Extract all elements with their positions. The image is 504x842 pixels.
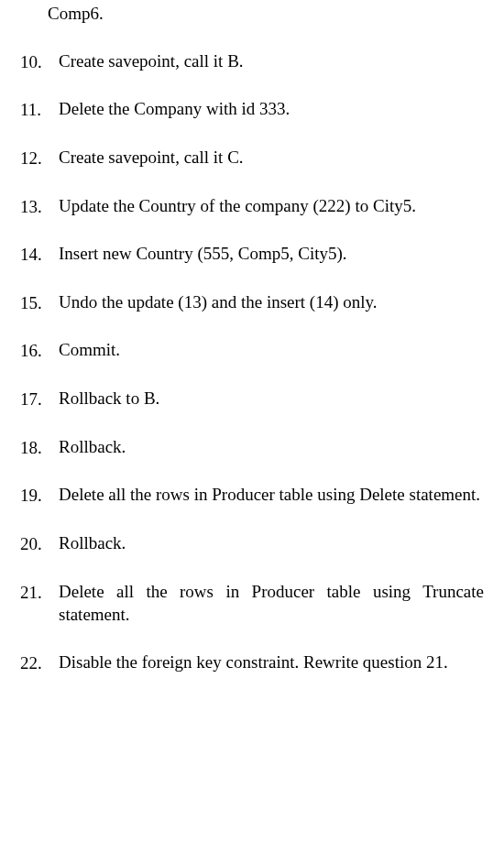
list-item: 19. Delete all the rows in Producer tabl… — [20, 483, 484, 508]
item-text: Rollback. — [46, 531, 484, 555]
item-text: Create savepoint, call it B. — [46, 49, 484, 73]
item-text: Delete the Company with id 333. — [46, 97, 484, 121]
item-text: Delete all the rows in Producer table us… — [46, 483, 484, 507]
list-item: 15. Undo the update (13) and the insert … — [20, 290, 484, 315]
item-text: Rollback to B. — [46, 387, 484, 410]
item-text: Update the Country of the company (222) … — [46, 194, 484, 218]
item-number: 10. — [20, 49, 46, 74]
continuation-text: Comp6. — [20, 0, 484, 26]
item-text: Undo the update (13) and the insert (14)… — [46, 290, 484, 314]
item-text: Rollback. — [46, 435, 484, 459]
item-number: 15. — [20, 290, 46, 315]
list-item: 10. Create savepoint, call it B. — [20, 49, 484, 74]
item-number: 18. — [20, 435, 46, 460]
item-text: Commit. — [46, 338, 484, 362]
list-item: 14. Insert new Country (555, Comp5, City… — [20, 242, 484, 267]
list-item: 20. Rollback. — [20, 531, 484, 556]
list-item: 16. Commit. — [20, 338, 484, 363]
list-item: 18. Rollback. — [20, 435, 484, 460]
list-item: 17. Rollback to B. — [20, 387, 484, 411]
item-number: 16. — [20, 338, 46, 363]
list-item: 13. Update the Country of the company (2… — [20, 194, 484, 219]
item-number: 22. — [20, 651, 46, 675]
item-text: Create savepoint, call it C. — [46, 146, 484, 169]
item-number: 19. — [20, 483, 46, 508]
item-number: 20. — [20, 531, 46, 556]
item-text: Disable the foreign key constraint. Rewr… — [46, 651, 484, 674]
item-number: 11. — [20, 97, 46, 122]
item-number: 14. — [20, 242, 46, 267]
item-number: 13. — [20, 194, 46, 219]
list-item: 11. Delete the Company with id 333. — [20, 97, 484, 122]
list-item: 22. Disable the foreign key constraint. … — [20, 651, 484, 675]
list-item: 12. Create savepoint, call it C. — [20, 146, 484, 170]
item-number: 21. — [20, 580, 46, 605]
item-number: 12. — [20, 146, 46, 170]
item-text: Delete all the rows in Producer table us… — [46, 580, 484, 627]
list-item: 21. Delete all the rows in Producer tabl… — [20, 580, 484, 627]
item-number: 17. — [20, 387, 46, 411]
item-text: Insert new Country (555, Comp5, City5). — [46, 242, 484, 266]
